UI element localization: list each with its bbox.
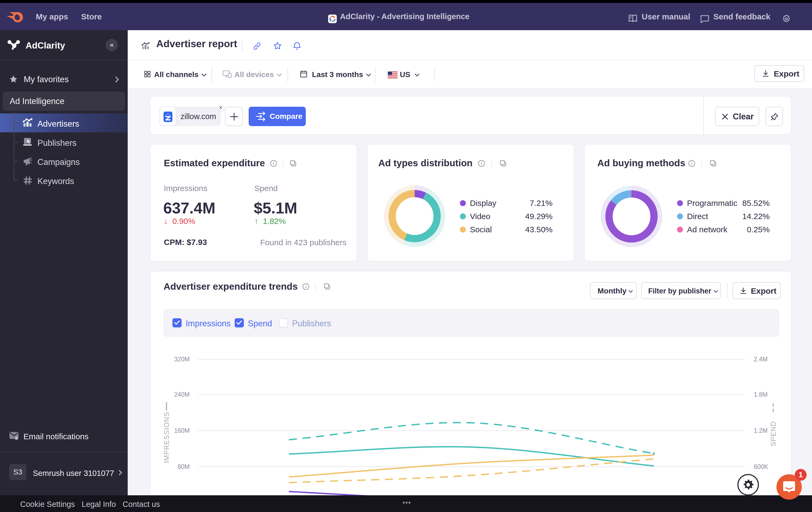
- svg-text:2.4M: 2.4M: [754, 356, 767, 363]
- svg-text:IMPRESSIONS: IMPRESSIONS: [163, 412, 170, 463]
- svg-text:80M: 80M: [178, 463, 190, 470]
- svg-text:320M: 320M: [174, 356, 190, 363]
- svg-text:160M: 160M: [174, 427, 190, 434]
- svg-text:240M: 240M: [174, 391, 190, 398]
- svg-text:SPEND: SPEND: [770, 421, 777, 446]
- svg-text:1.8M: 1.8M: [754, 391, 767, 398]
- svg-text:1.2M: 1.2M: [754, 427, 767, 434]
- svg-text:600K: 600K: [754, 463, 768, 470]
